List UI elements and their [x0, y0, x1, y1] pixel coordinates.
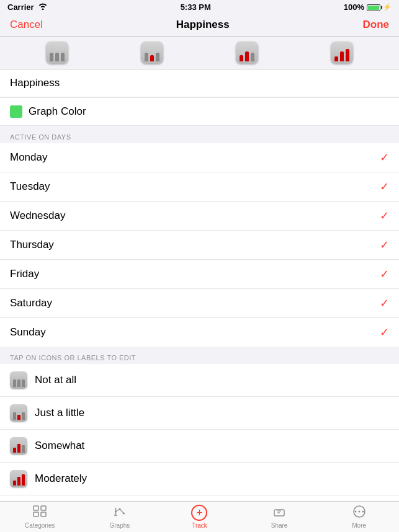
scale-label-not-at-all: Not at all [35, 374, 389, 386]
day-monday-check: ✓ [380, 151, 389, 164]
battery-pct: 100% [344, 2, 364, 12]
day-saturday-label: Saturday [10, 297, 380, 309]
svg-point-12 [362, 510, 364, 512]
day-sunday[interactable]: Sunday ✓ [0, 318, 399, 347]
tap-icons-header: TAP ON ICONS OR LABELS TO EDIT [0, 347, 399, 364]
scale-label-somewhat: Somewhat [35, 440, 389, 452]
status-left: Carrier [7, 2, 48, 12]
graphs-icon [113, 505, 127, 521]
tab-categories[interactable]: Categories [0, 505, 80, 529]
status-right: 100% ⚡ [344, 2, 392, 12]
day-friday-check: ✓ [380, 267, 389, 281]
day-sunday-check: ✓ [380, 326, 389, 339]
day-saturday-check: ✓ [380, 296, 389, 310]
day-tuesday[interactable]: Tuesday ✓ [0, 172, 399, 202]
more-label: More [352, 522, 366, 529]
svg-point-10 [358, 510, 360, 512]
tab-track[interactable]: + Track [159, 505, 240, 529]
day-wednesday[interactable]: Wednesday ✓ [0, 202, 399, 231]
day-wednesday-check: ✓ [380, 209, 389, 223]
graph-color-label: Graph Color [29, 105, 389, 118]
day-friday-label: Friday [10, 268, 380, 280]
active-on-days-header: ACTIVE ON DAYS [0, 126, 399, 143]
scale-icon-2[interactable] [141, 42, 163, 64]
day-thursday[interactable]: Thursday ✓ [0, 231, 399, 260]
day-monday[interactable]: Monday ✓ [0, 143, 399, 172]
scale-icon-moderately [10, 470, 27, 487]
nav-bar: Cancel Happiness Done [0, 14, 399, 37]
svg-rect-0 [34, 506, 38, 510]
scale-icon-somewhat [10, 437, 27, 454]
svg-rect-3 [41, 512, 46, 516]
svg-rect-1 [41, 506, 46, 510]
done-button[interactable]: Done [363, 19, 390, 31]
scale-not-at-all[interactable]: Not at all [0, 364, 399, 397]
nav-title: Happiness [176, 19, 230, 31]
status-time: 5:33 PM [181, 2, 211, 12]
scale-icon-3[interactable] [236, 42, 258, 64]
graph-color-row[interactable]: Graph Color [0, 97, 399, 126]
categories-label: Categories [25, 522, 55, 529]
happiness-title-row: Happiness [0, 69, 399, 97]
categories-icon [33, 505, 47, 521]
scale-moderately[interactable]: Moderately [0, 463, 399, 495]
day-friday[interactable]: Friday ✓ [0, 260, 399, 289]
graphs-label: Graphs [109, 522, 130, 529]
status-bar: Carrier 5:33 PM 100% ⚡ [0, 0, 399, 14]
slider-icons-row [0, 37, 399, 69]
tab-graphs[interactable]: Graphs [80, 505, 160, 529]
cancel-button[interactable]: Cancel [10, 19, 43, 31]
scale-label-just-a-little: Just a little [35, 407, 389, 419]
day-sunday-label: Sunday [10, 326, 380, 339]
day-thursday-label: Thursday [10, 239, 380, 251]
day-tuesday-check: ✓ [380, 180, 389, 193]
svg-rect-2 [34, 512, 38, 516]
scale-icon-4[interactable] [331, 42, 353, 64]
day-wednesday-label: Wednesday [10, 210, 380, 222]
svg-point-11 [354, 510, 356, 512]
tab-more[interactable]: More [319, 505, 399, 529]
more-icon [352, 505, 366, 521]
share-icon [273, 505, 285, 521]
day-thursday-check: ✓ [380, 238, 389, 252]
share-label: Share [271, 522, 288, 529]
scale-icon-1[interactable] [46, 42, 68, 64]
scale-just-a-little[interactable]: Just a little [0, 397, 399, 430]
carrier-label: Carrier [7, 2, 34, 12]
tab-share[interactable]: Share [240, 505, 320, 529]
scale-icon-just-a-little [10, 404, 27, 422]
day-saturday[interactable]: Saturday ✓ [0, 289, 399, 318]
track-label: Track [192, 522, 207, 529]
battery-icon [367, 2, 380, 12]
charging-icon: ⚡ [383, 3, 392, 11]
track-icon: + [191, 505, 207, 521]
happiness-title: Happiness [10, 77, 389, 89]
scale-label-moderately: Moderately [35, 472, 389, 485]
main-content: Happiness Graph Color ACTIVE ON DAYS Mon… [0, 69, 399, 532]
scale-somewhat[interactable]: Somewhat [0, 430, 399, 463]
days-list: Monday ✓ Tuesday ✓ Wednesday ✓ Thursday … [0, 143, 399, 347]
scale-icon-not-at-all [10, 371, 27, 389]
tab-bar: Categories Graphs + Track [0, 501, 399, 532]
graph-color-swatch [10, 105, 22, 118]
day-monday-label: Monday [10, 151, 380, 164]
day-tuesday-label: Tuesday [10, 180, 380, 193]
wifi-icon [38, 2, 48, 12]
